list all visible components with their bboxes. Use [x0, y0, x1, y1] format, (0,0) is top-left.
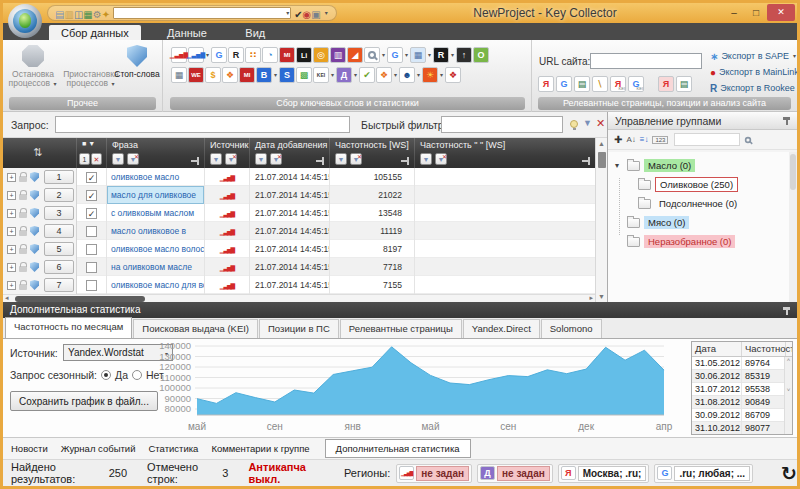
scroll-left-icon[interactable]: ◂ [5, 294, 9, 302]
scroll-up-icon[interactable]: ▲ [598, 140, 605, 147]
header-row-selector[interactable]: ⇅ [3, 138, 77, 168]
seasonal-no-radio[interactable] [132, 370, 142, 380]
header-frequency-quoted-ws[interactable]: Частотность " " [WS] ▼ ▼✕ [415, 138, 595, 168]
stop-processes-button[interactable]: Остановка процессов ▾ [7, 45, 59, 88]
row-number[interactable]: 5 [44, 242, 74, 256]
phrase-link[interactable]: оливковое масло для волос [111, 280, 205, 290]
seasonal-yes-radio[interactable] [101, 370, 111, 380]
tab-statistics[interactable]: Статистика [148, 443, 198, 454]
begun-icon[interactable]: B [256, 67, 272, 83]
frequency-table-row[interactable]: 30.09.201286709 [692, 409, 792, 422]
row-checkbox[interactable] [86, 244, 97, 255]
pin-icon[interactable] [782, 117, 791, 126]
export-sape-dropdown-icon[interactable]: ▾ [793, 53, 796, 59]
excel-export-icon[interactable]: ▤ [574, 76, 590, 92]
phrase-cell[interactable]: на оливковом масле [107, 258, 205, 276]
filter-edit-icon[interactable]: ▼ [420, 153, 432, 165]
stopword-shield-icon[interactable] [30, 172, 39, 182]
check-all-icon[interactable]: ■ ▼ [82, 140, 95, 147]
row-checkbox[interactable]: ✓ [86, 208, 97, 219]
tab-search-results-kei[interactable]: Поисковая выдача (KEI) [133, 319, 258, 338]
query-input[interactable] [55, 116, 350, 133]
quick-search-combobox[interactable]: ▾ [113, 7, 291, 19]
direct-d-icon[interactable]: Д [336, 67, 352, 83]
phrase-link[interactable]: с оливковым маслом [111, 208, 194, 218]
hand-collect-dropdown-icon[interactable]: ▾ [394, 72, 397, 78]
direct-stats-icon[interactable]: ▁▃▅▇ [188, 47, 204, 63]
tab-yandex-direct[interactable]: Yandex.Direct [463, 319, 540, 338]
pin-icon[interactable] [782, 307, 791, 316]
images-parse-dropdown-icon[interactable]: ▾ [428, 52, 431, 58]
yandex-kei-icon[interactable]: ЯKEI [610, 76, 626, 92]
clear-filter-icon[interactable]: ✕ [596, 117, 605, 130]
stopword-shield-icon[interactable] [30, 226, 39, 236]
horizontal-scrollbar[interactable]: ◂ ▸ [3, 294, 595, 302]
seopult-s-icon[interactable]: S [279, 67, 295, 83]
vertical-scrollbar[interactable]: ▲ ▼ [595, 138, 607, 302]
freq-col-header[interactable]: Частотность [742, 342, 786, 356]
tab-group-comments[interactable]: Комментарии к группе [211, 443, 309, 454]
leaf-check-icon[interactable]: ✔ [359, 67, 375, 83]
pin-icon[interactable] [401, 157, 409, 165]
phrase-link[interactable]: масло для оливковое [111, 190, 196, 200]
header-frequency-ws[interactable]: Частотность [WS] ▼ ▼✕ [330, 138, 415, 168]
maps-parse-icon[interactable]: ▩ [296, 67, 312, 83]
row-number[interactable]: 1 [44, 170, 74, 184]
header-phrase[interactable]: Фраза ▼ ▼✕ [107, 138, 205, 168]
wordstat-stats-icon[interactable]: ▁▃▅▇ [171, 47, 187, 63]
counters-button[interactable]: 123 [652, 136, 668, 144]
tab-frequency-by-month[interactable]: Частотность по месяцам [5, 317, 132, 338]
row-checkbox[interactable] [86, 226, 97, 237]
magic-wand-icon[interactable]: ✦ [102, 9, 110, 20]
minimize-button[interactable]: – [723, 4, 745, 21]
kei-dropdown-icon[interactable]: ▾ [331, 72, 334, 78]
grid-row-4[interactable]: +4масло оливковое в▁▃▅▇21.07.2014 14:45:… [3, 222, 595, 240]
yandex-positions-icon[interactable]: Я [658, 76, 674, 92]
grid-row-1[interactable]: +1✓оливковое масло▁▃▅▇21.07.2014 14:45:1… [3, 168, 595, 186]
mail-metrics-icon[interactable]: MI [279, 47, 295, 63]
expand-row-icon[interactable]: + [7, 227, 16, 236]
sort-az-button[interactable]: A↓ [626, 135, 635, 144]
group-node[interactable]: ▾Масло (0) [608, 156, 790, 175]
stats-orange-icon[interactable]: ◢ [347, 47, 363, 63]
filter-clear-icon[interactable]: ▼✕ [435, 153, 447, 165]
begun-dropdown-icon[interactable]: ▾ [274, 72, 277, 78]
phrase-link[interactable]: оливковое масло [111, 172, 179, 182]
yandex-pages-icon[interactable]: Я [538, 76, 554, 92]
expand-row-icon[interactable]: + [7, 263, 16, 272]
header-date-added[interactable]: Дата добавления ▼ ▼✕ [250, 138, 330, 168]
pin-icon[interactable] [582, 157, 590, 165]
confirm-check-icon[interactable]: ✔ [294, 9, 302, 20]
tree-expander-icon[interactable]: ▾ [615, 161, 623, 170]
direct-region-group[interactable]: Дне задан [477, 464, 553, 483]
filter-edit-icon[interactable]: ▼ [255, 153, 267, 165]
groups-search-input[interactable] [674, 133, 740, 146]
quick-filter-input[interactable] [441, 116, 563, 133]
report-monitor-icon[interactable]: ▣ [311, 9, 320, 20]
row-number[interactable]: 2 [44, 188, 74, 202]
scroll-right-icon[interactable]: ▸ [589, 294, 593, 302]
calculator-icon[interactable]: ▦ [171, 67, 187, 83]
red-service-icon[interactable]: ❖ [445, 67, 461, 83]
export-rookee-link[interactable]: RЭкспорт в Rookee▾ [710, 80, 796, 96]
direct-d-dropdown-icon[interactable]: ▾ [354, 72, 357, 78]
save-project-icon[interactable]: ◫ [74, 9, 83, 20]
broom-clear-icon[interactable]: ∖ [592, 76, 608, 92]
scroll-down-icon[interactable]: ▼ [598, 293, 605, 300]
direct-stats-dropdown-icon[interactable]: ▾ [206, 52, 209, 58]
group-label[interactable]: Подсолнечное (0) [655, 197, 741, 210]
export-data-icon[interactable]: ▦ [83, 9, 92, 20]
add-group-button[interactable]: ✚ [614, 134, 622, 145]
stop-dropdown-icon[interactable]: ▾ [53, 81, 56, 87]
pin-icon[interactable] [316, 157, 324, 165]
spy-agent-dropdown-icon[interactable]: ▾ [417, 72, 420, 78]
webeffector-icon[interactable]: WE [188, 67, 204, 83]
frequency-table-row[interactable]: 31.08.201290849 [692, 396, 792, 409]
google-region-group[interactable]: G.ru; любая; ... [654, 464, 753, 483]
sun-service-dropdown-icon[interactable]: ▾ [440, 72, 443, 78]
seopult-dollar-icon[interactable]: $ [205, 67, 221, 83]
tab-event-log[interactable]: Журнал событий [61, 443, 136, 454]
export-mainlink-link[interactable]: ●Экспорт в MainLink▾ [710, 64, 796, 80]
stopword-shield-icon[interactable] [30, 190, 39, 200]
tab-solomono[interactable]: Solomono [541, 319, 602, 338]
